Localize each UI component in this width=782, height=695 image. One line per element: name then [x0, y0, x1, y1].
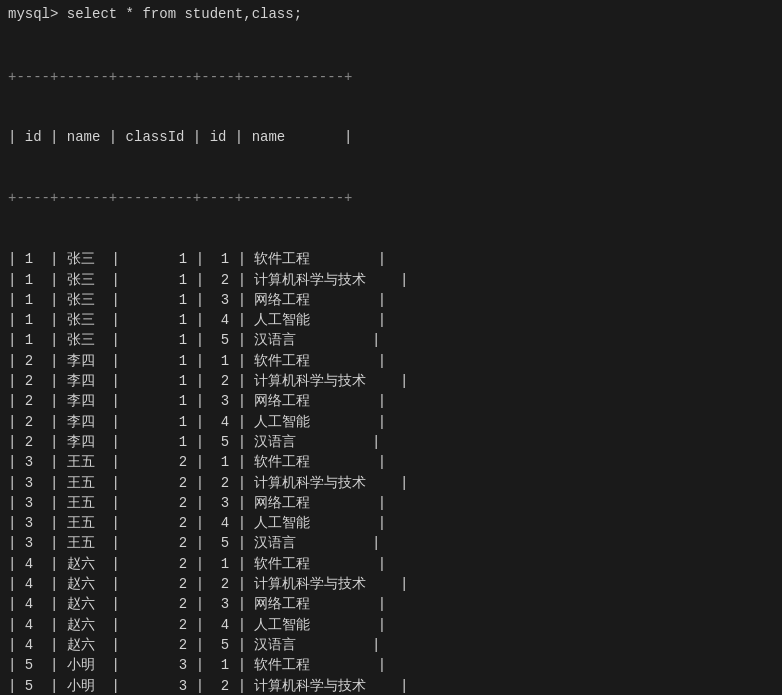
table-row: | 2 | 李四 | 1 | 1 | 软件工程 |	[8, 351, 774, 371]
table-row: | 4 | 赵六 | 2 | 4 | 人工智能 |	[8, 615, 774, 635]
table-row: | 3 | 王五 | 2 | 3 | 网络工程 |	[8, 493, 774, 513]
table-row: | 3 | 王五 | 2 | 2 | 计算机科学与技术 |	[8, 473, 774, 493]
header-sep-top: +----+------+---------+----+------------…	[8, 67, 774, 87]
table-row: | 5 | 小明 | 3 | 2 | 计算机科学与技术 |	[8, 676, 774, 696]
table-row: | 1 | 张三 | 1 | 5 | 汉语言 |	[8, 330, 774, 350]
data-rows: | 1 | 张三 | 1 | 1 | 软件工程 || 1 | 张三 | 1 | …	[8, 249, 774, 695]
header-sep-bottom: +----+------+---------+----+------------…	[8, 188, 774, 208]
table-row: | 1 | 张三 | 1 | 4 | 人工智能 |	[8, 310, 774, 330]
header-row: | id | name | classId | id | name |	[8, 127, 774, 147]
table-row: | 4 | 赵六 | 2 | 5 | 汉语言 |	[8, 635, 774, 655]
table-container: +----+------+---------+----+------------…	[8, 26, 774, 695]
table-row: | 3 | 王五 | 2 | 1 | 软件工程 |	[8, 452, 774, 472]
table-row: | 2 | 李四 | 1 | 5 | 汉语言 |	[8, 432, 774, 452]
table-row: | 4 | 赵六 | 2 | 1 | 软件工程 |	[8, 554, 774, 574]
table-row: | 1 | 张三 | 1 | 1 | 软件工程 |	[8, 249, 774, 269]
table-row: | 2 | 李四 | 1 | 2 | 计算机科学与技术 |	[8, 371, 774, 391]
table-row: | 1 | 张三 | 1 | 3 | 网络工程 |	[8, 290, 774, 310]
table-row: | 2 | 李四 | 1 | 3 | 网络工程 |	[8, 391, 774, 411]
terminal-window: mysql> select * from student,class; +---…	[0, 0, 782, 695]
table-row: | 1 | 张三 | 1 | 2 | 计算机科学与技术 |	[8, 270, 774, 290]
table-row: | 4 | 赵六 | 2 | 2 | 计算机科学与技术 |	[8, 574, 774, 594]
table-row: | 3 | 王五 | 2 | 4 | 人工智能 |	[8, 513, 774, 533]
table-row: | 2 | 李四 | 1 | 4 | 人工智能 |	[8, 412, 774, 432]
table-row: | 5 | 小明 | 3 | 1 | 软件工程 |	[8, 655, 774, 675]
command-line: mysql> select * from student,class;	[8, 6, 774, 22]
table-row: | 4 | 赵六 | 2 | 3 | 网络工程 |	[8, 594, 774, 614]
table-row: | 3 | 王五 | 2 | 5 | 汉语言 |	[8, 533, 774, 553]
